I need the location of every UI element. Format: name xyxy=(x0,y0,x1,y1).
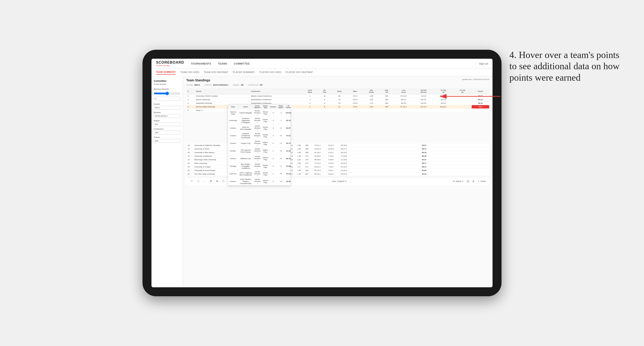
section-title: Team Standings xyxy=(186,78,210,82)
row-points-highlighted[interactable]: 78.5 xyxy=(472,105,489,109)
nav-teams[interactable]: TEAMS xyxy=(218,61,227,66)
share-icon: ↗ xyxy=(478,180,480,182)
tt-type: Stroke Play xyxy=(262,117,269,124)
update-time: Update time: 13/03/2024 10:03:42 xyxy=(462,78,489,80)
tt-event: National Invitational Tournament xyxy=(238,132,253,140)
col-low-score: LowScore xyxy=(394,88,414,94)
row-overall: 13-9-0 xyxy=(414,94,434,98)
tooltip-row: Univers Williams Cup NCAA Division I Str… xyxy=(228,155,292,163)
row-vs-top25: 58-24-1 xyxy=(434,105,454,109)
school-select[interactable]: (All) xyxy=(154,139,180,143)
subnav-team-h2h-heatmap[interactable]: TEAM H2H HEATMAP xyxy=(204,70,228,74)
conference-label: Conference xyxy=(154,128,180,130)
row-school: University of North Carolina xyxy=(194,94,250,98)
top-nav: SCOREBOARD Powered by clipp TOURNAMENTS … xyxy=(152,59,492,69)
col-adj-score: Adj.Score xyxy=(363,88,380,94)
min-rounds-slider[interactable] xyxy=(154,91,180,96)
tt-div: NCAA Division I xyxy=(253,170,262,178)
row-avg-sg: 265 xyxy=(380,105,394,109)
tooltip-row: Univers Copper Cup NCAA Division I Match… xyxy=(228,140,292,147)
tt-event: Amer An Intercollegiate xyxy=(238,124,253,132)
tt-rounds: 3 xyxy=(269,124,277,132)
tt-div: NCAA Division I xyxy=(253,140,262,147)
division-select[interactable]: NCAA Division I xyxy=(154,114,180,118)
tt-event: Williams Cup xyxy=(238,155,253,163)
copy-icon[interactable]: ⊞ xyxy=(208,179,213,183)
tt-event: Southern Highlands Collegiate xyxy=(238,117,253,124)
tooltip-col-rounds: Rounds xyxy=(269,104,277,109)
tooltip-col-team: Team xyxy=(228,104,238,109)
tt-rounds: 2 xyxy=(269,170,277,178)
row-overall: 33-19-1 xyxy=(414,105,434,109)
region-select[interactable]: N/A xyxy=(154,122,180,126)
conference-filter-label: Conference: xyxy=(248,84,259,86)
arrow-svg xyxy=(438,87,505,105)
tt-rank-impact: +0 xyxy=(277,147,284,155)
col-avg-sg: Avg.SG xyxy=(380,88,394,94)
tt-w-points: 42.73 xyxy=(284,140,292,147)
region-filter-label: Region: xyxy=(233,84,240,86)
tt-team: Univers xyxy=(228,132,238,140)
subnav-player-summary[interactable]: PLAYER SUMMARY xyxy=(233,70,255,74)
redo-icon[interactable]: ↪ xyxy=(196,179,200,183)
subnav-team-h2h-grid[interactable]: TEAM H2H GRID xyxy=(180,70,199,74)
watch-button[interactable]: 👁 Watch ▾ xyxy=(453,180,463,182)
subnav-player-h2h-grid[interactable]: PLAYER H2H GRID xyxy=(260,70,282,74)
gender-select[interactable]: Men's xyxy=(154,106,180,110)
tt-team: Univers xyxy=(228,124,238,132)
row-wins: 272.3 xyxy=(347,98,363,102)
conference-select[interactable]: (All) xyxy=(154,131,180,135)
undo-icon[interactable]: ↩ xyxy=(190,179,194,183)
tt-div: NCAA Division I xyxy=(253,155,262,163)
row-adj-score: 2.73 xyxy=(363,102,380,105)
tt-rounds: 3 xyxy=(269,132,277,140)
share-button[interactable]: ↗ Share xyxy=(478,180,486,182)
forward-icon[interactable]: → xyxy=(202,179,207,183)
info-icon[interactable]: ⓘ xyxy=(221,179,226,183)
tt-div: NCAA Division I xyxy=(253,163,262,170)
row-no-tour: 8 xyxy=(318,105,332,109)
tt-w-points: 84.97 xyxy=(284,124,292,132)
tt-event: Ben Hogan Collegiate Invitational xyxy=(238,163,253,170)
row-low-score: 86-4-0 xyxy=(394,98,414,102)
sign-out-button[interactable]: Sign out xyxy=(476,62,488,65)
col-no-tour: NoTour xyxy=(318,88,332,94)
tooltip-row: Georgia Ben Hogan Collegiate Invitationa… xyxy=(228,163,292,170)
sidebar-subtitle: Portal Review xyxy=(154,83,180,85)
tt-div: NCAA Division I xyxy=(253,109,262,117)
nav-tournaments[interactable]: TOURNAMENTS xyxy=(191,61,212,66)
school-label: School xyxy=(154,136,180,138)
share-label: Share xyxy=(480,180,486,182)
comment-button[interactable]: 💬 xyxy=(467,180,469,182)
nav-items: TOURNAMENTS TEAMS COMMITTEE xyxy=(191,61,476,66)
division-label: Division xyxy=(154,111,180,113)
col-wins: Wins xyxy=(347,88,363,94)
min-rounds-input[interactable] xyxy=(154,97,180,101)
tt-event: Cebe/Collegiate xyxy=(238,109,253,117)
row-avg-sg: 260 xyxy=(380,98,394,102)
tt-team: Univers xyxy=(228,140,238,147)
sidebar-title: Committee xyxy=(154,80,180,82)
annotation-container: 4. Hover over a team's points to see add… xyxy=(509,49,626,83)
row-school: Auburn University xyxy=(194,98,250,102)
tooltip-popup: Team Event Event Division Event Type Rou… xyxy=(228,104,290,185)
tooltip-row: Arizona State Cebe/Collegiate NCAA Divis… xyxy=(228,109,292,117)
subnav-team-summary[interactable]: TEAM SUMMARY xyxy=(156,70,176,75)
subnav-player-h2h-heatmap[interactable]: PLAYER H2H HEATMAP xyxy=(286,70,313,74)
main-content: Committee Portal Review Minimum Rounds G… xyxy=(152,76,492,287)
layout-button[interactable]: ⊞ xyxy=(472,180,474,182)
data-area: Team Standings Update time: 13/03/2024 1… xyxy=(183,76,492,287)
add-icon[interactable]: ⊕ xyxy=(215,179,219,183)
view-selector[interactable]: View: Original ▾ xyxy=(332,180,346,182)
row-points[interactable] xyxy=(472,109,489,112)
row-low-score: 63-5-0 xyxy=(394,102,414,105)
tt-rank-impact: +0 xyxy=(277,178,284,185)
tt-type: Stroke Play xyxy=(262,109,269,117)
row-overall: 29-4-0 xyxy=(414,98,434,102)
conference-filter-val: All xyxy=(260,84,262,86)
col-overall: OverallRecord xyxy=(414,88,434,94)
row-avg-sg: 262 xyxy=(380,94,394,98)
tt-team: Arizona State xyxy=(228,109,238,117)
tt-div: NCAA Division I xyxy=(253,124,262,132)
nav-committee[interactable]: COMMITTEE xyxy=(234,61,250,66)
